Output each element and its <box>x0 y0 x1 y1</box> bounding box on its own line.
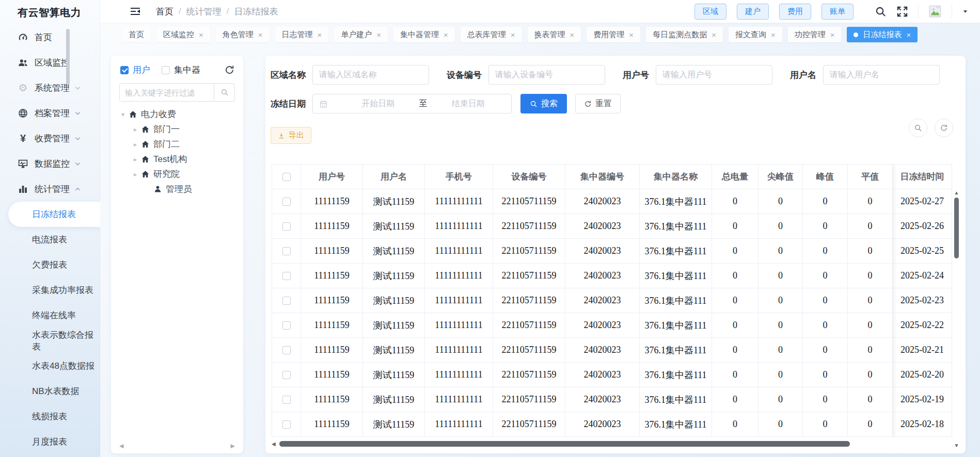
sidebar-subitem-采集成功率报表[interactable]: 采集成功率报表 <box>0 278 100 303</box>
tree-node-部门一[interactable]: ▸部门一 <box>111 122 243 137</box>
tab-日冻结报表[interactable]: 日冻结报表× <box>847 27 918 42</box>
table-refresh-button[interactable] <box>935 119 953 137</box>
table-row[interactable]: 11111159测试111591111111111122110571115924… <box>272 239 952 264</box>
tab-日志管理[interactable]: 日志管理× <box>275 27 329 42</box>
tree-node-Test机构[interactable]: ▸Test机构 <box>111 152 243 167</box>
tree-expand-icon[interactable]: ▸ <box>131 126 140 133</box>
tree-node-电力收费[interactable]: ▾电力收费 <box>111 107 243 122</box>
table-row[interactable]: 11111159测试111591111111111122110571115924… <box>272 387 952 412</box>
user-menu-caret-icon[interactable] <box>962 8 969 15</box>
field-input-用户名[interactable] <box>823 65 940 85</box>
tab-close-icon[interactable]: × <box>511 31 515 39</box>
tree-expand-icon[interactable]: ▸ <box>131 141 140 148</box>
collapse-menu-icon[interactable] <box>129 5 141 18</box>
sidebar-item-区域监控[interactable]: 区域监控 <box>0 50 100 75</box>
tab-close-icon[interactable]: × <box>906 31 911 39</box>
horizontal-scrollbar-thumb[interactable] <box>279 441 850 447</box>
tree-node-研究院[interactable]: ▸研究院 <box>111 167 243 182</box>
tab-close-icon[interactable]: × <box>771 31 776 39</box>
tab-close-icon[interactable]: × <box>629 31 634 39</box>
row-checkbox[interactable] <box>282 396 291 404</box>
breadcrumb-item[interactable]: 统计管理 <box>186 6 222 18</box>
tab-总表库管理[interactable]: 总表库管理× <box>461 27 522 42</box>
sidebar-subitem-NB水表数据[interactable]: NB水表数据 <box>0 379 100 404</box>
scroll-left-icon[interactable]: ◀ <box>272 441 276 447</box>
tree-node-部门二[interactable]: ▸部门二 <box>111 137 243 152</box>
scroll-up-icon[interactable]: ▲ <box>953 190 960 195</box>
table-row[interactable]: 11111159测试111591111111111122110571115924… <box>272 288 952 313</box>
tab-报文查询[interactable]: 报文查询× <box>729 27 782 42</box>
table-search-button[interactable] <box>909 119 927 137</box>
checkbox[interactable] <box>162 66 170 74</box>
sidebar-item-首页[interactable]: 首页 <box>0 25 100 50</box>
sidebar-item-统计管理[interactable]: 统计管理 <box>0 176 100 202</box>
tab-集中器管理[interactable]: 集中器管理× <box>393 27 455 42</box>
tab-close-icon[interactable]: × <box>712 31 716 39</box>
end-date-placeholder[interactable]: 结束日期 <box>432 99 505 109</box>
search-button[interactable]: 搜索 <box>520 94 567 113</box>
tab-close-icon[interactable]: × <box>830 31 835 39</box>
sidebar-subitem-线损报表[interactable]: 线损报表 <box>0 404 100 429</box>
fullscreen-icon[interactable] <box>896 6 908 18</box>
tab-close-icon[interactable]: × <box>376 31 381 39</box>
breadcrumb-item[interactable]: 日冻结报表 <box>234 6 278 18</box>
sidebar-subitem-水表示数综合报表[interactable]: 水表示数综合报表 <box>0 328 100 353</box>
sidebar-subitem-水表48点数据报[interactable]: 水表48点数据报 <box>0 353 100 379</box>
quick-button-费用[interactable]: 费用 <box>779 4 811 20</box>
row-checkbox[interactable] <box>282 247 291 255</box>
date-range-picker[interactable]: 开始日期 至 结束日期 <box>312 94 512 113</box>
tab-角色管理[interactable]: 角色管理× <box>216 27 270 42</box>
sidebar-subitem-月度报表[interactable]: 月度报表 <box>0 429 100 454</box>
tree-type-checkbox-集中器[interactable]: 集中器 <box>162 64 200 76</box>
tab-单户建户[interactable]: 单户建户× <box>334 27 388 42</box>
field-input-设备编号[interactable] <box>488 65 605 85</box>
select-all-checkbox[interactable] <box>282 173 291 181</box>
scroll-down-icon[interactable]: ▼ <box>953 443 960 448</box>
field-input-用户号[interactable] <box>656 65 772 85</box>
tab-换表管理[interactable]: 换表管理× <box>528 27 581 42</box>
reset-button[interactable]: 重置 <box>575 94 621 113</box>
tree-filter-search-button[interactable] <box>214 84 234 101</box>
tree-refresh-icon[interactable] <box>224 64 235 75</box>
sidebar-subitem-终端在线率[interactable]: 终端在线率 <box>0 303 100 328</box>
export-button[interactable]: 导出 <box>271 127 311 144</box>
checkbox[interactable] <box>120 66 129 74</box>
row-checkbox[interactable] <box>282 222 291 231</box>
tree-scroll-left-icon[interactable]: ◀ <box>119 443 123 449</box>
tab-close-icon[interactable]: × <box>570 31 575 39</box>
vertical-scrollbar-thumb[interactable] <box>954 198 959 258</box>
start-date-placeholder[interactable]: 开始日期 <box>341 99 415 109</box>
tree-node-管理员[interactable]: 管理员 <box>111 182 243 197</box>
tree-expand-icon[interactable]: ▾ <box>118 111 128 118</box>
tree-scroll-right-icon[interactable]: ▶ <box>231 443 235 449</box>
tree-expand-icon[interactable]: ▸ <box>131 156 140 163</box>
tree-expand-icon[interactable]: ▸ <box>131 171 140 178</box>
tab-功控管理[interactable]: 功控管理× <box>788 27 842 42</box>
tree-filter-input[interactable] <box>120 84 214 101</box>
tree-type-checkbox-用户[interactable]: 用户 <box>120 64 150 76</box>
table-row[interactable]: 11111159测试111591111111111122110571115924… <box>272 189 952 214</box>
sidebar-subitem-欠费报表[interactable]: 欠费报表 <box>0 252 100 278</box>
tab-close-icon[interactable]: × <box>444 31 448 39</box>
table-row[interactable]: 11111159测试111591111111111122110571115924… <box>272 412 952 437</box>
sidebar-item-档案管理[interactable]: 档案管理 <box>0 101 100 126</box>
tab-首页[interactable]: 首页 <box>122 27 151 42</box>
row-checkbox[interactable] <box>282 346 291 354</box>
tab-close-icon[interactable]: × <box>199 31 203 39</box>
search-icon[interactable] <box>875 6 887 18</box>
tab-close-icon[interactable]: × <box>258 31 263 39</box>
table-row[interactable]: 11111159测试111591111111111122110571115924… <box>272 313 952 338</box>
quick-button-区域[interactable]: 区域 <box>694 4 726 20</box>
tab-close-icon[interactable]: × <box>318 31 322 39</box>
field-input-区域名称[interactable] <box>312 65 429 85</box>
avatar[interactable] <box>928 5 942 18</box>
breadcrumb-item[interactable]: 首页 <box>156 6 173 18</box>
table-row[interactable]: 11111159测试111591111111111122110571115924… <box>272 363 952 387</box>
sidebar-item-系统管理[interactable]: ⚙系统管理 <box>0 75 100 101</box>
row-checkbox[interactable] <box>282 371 291 379</box>
row-checkbox[interactable] <box>282 420 291 429</box>
row-checkbox[interactable] <box>282 198 291 206</box>
row-checkbox[interactable] <box>282 297 291 305</box>
sidebar-item-收费管理[interactable]: ¥收费管理 <box>0 126 100 151</box>
sidebar-item-数据监控[interactable]: 数据监控 <box>0 151 100 176</box>
